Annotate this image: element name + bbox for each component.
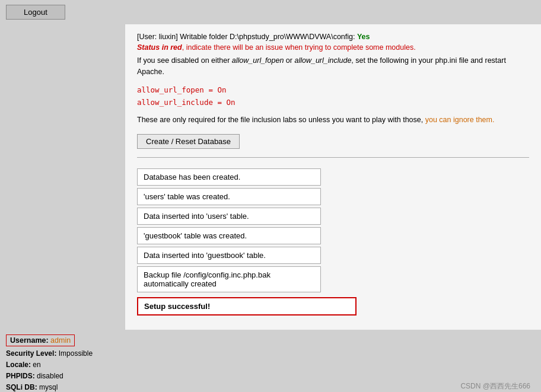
result-item: Data inserted into 'guestbook' table. — [137, 247, 321, 264]
username-box: Username: admin — [6, 334, 75, 346]
user-info-line: [User: liuxin] Writable folder D:\phpstu… — [137, 33, 529, 41]
note-fopen: If you see disabled on either allow_url_… — [137, 55, 529, 78]
divider — [137, 157, 529, 158]
logout-button[interactable]: Logout — [6, 5, 65, 20]
result-item: Database has been created. — [137, 168, 321, 186]
result-item: 'guestbook' table was created. — [137, 227, 321, 244]
code-block: allow_url_fopen = On allow_url_include =… — [137, 84, 529, 109]
success-box: Setup successful! — [137, 297, 357, 315]
watermark: CSDN @西西先生666 — [460, 381, 530, 391]
footer: Username: admin Security Level: Impossib… — [0, 330, 541, 392]
results-list: Database has been created.'users' table … — [137, 168, 529, 292]
create-reset-database-button[interactable]: Create / Reset Database — [137, 134, 240, 149]
yes-indicator: Yes — [357, 33, 370, 41]
result-item: Backup file /config/config.inc.php.bak a… — [137, 266, 321, 292]
meta-info: Security Level: Impossible Locale: en PH… — [6, 348, 535, 392]
result-item: 'users' table was created. — [137, 188, 321, 205]
status-warning: Status in red, indicate there will be an… — [137, 43, 529, 52]
result-item: Data inserted into 'users' table. — [137, 208, 321, 225]
ignore-note: These are only required for the file inc… — [137, 114, 529, 126]
